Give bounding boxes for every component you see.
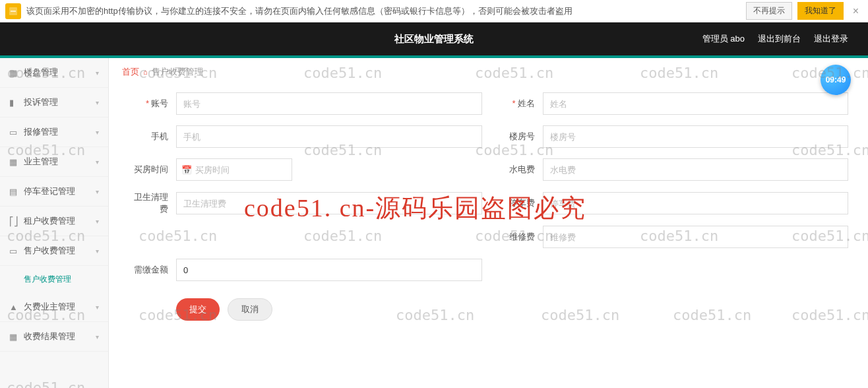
sidebar-item-label: 售户收费管理 (24, 245, 96, 257)
chart-icon: ▮ (9, 98, 18, 107)
chevron-down-icon: ▾ (96, 333, 99, 340)
doc-icon: ▭ (9, 127, 18, 137)
chevron-down-icon: ▾ (96, 218, 99, 225)
sidebar-item-seller-fee[interactable]: ▭ 售户收费管理 ▾ (0, 236, 108, 266)
utility-label: 水电费 (495, 164, 543, 176)
breadcrumb-home[interactable]: 首页 (122, 66, 139, 78)
security-banner: 该页面采用不加密的http传输协议，与你建立的连接不安全，请勿在页面内输入任何敏… (0, 0, 868, 22)
chevron-down-icon: ▾ (96, 304, 99, 311)
svg-rect-1 (11, 11, 16, 11)
room-input[interactable] (543, 125, 849, 148)
sidebar-item-parking[interactable]: ▤ 停车登记管理 ▾ (0, 177, 108, 207)
grid-icon: ▦ (9, 157, 18, 166)
main-content: 首页 ⌂ 售户收费管理 09:49 *账号 *姓名 手机 (109, 58, 868, 388)
app-title: 社区物业管理系统 (394, 33, 474, 46)
repair-label: 维修费 (495, 231, 543, 243)
sidebar-item-complaint[interactable]: ▮ 投诉管理 ▾ (0, 88, 108, 117)
sidebar-item-tenant-fee[interactable]: ⎡⎦ 租户收费管理 ▾ (0, 207, 108, 236)
sidebar-item-arrears[interactable]: ▲ 欠费业主管理 ▾ (0, 292, 108, 322)
total-input[interactable] (176, 259, 482, 281)
chevron-down-icon: ▾ (96, 188, 99, 195)
form: *账号 *姓名 手机 楼房号 (109, 86, 868, 340)
header-user[interactable]: 管理员 abo (702, 33, 745, 45)
chevron-down-icon: ▾ (96, 158, 99, 166)
room-label: 楼房号 (495, 131, 543, 143)
parking-input[interactable] (543, 192, 849, 214)
parking-label: 停车费 (495, 197, 543, 209)
car-icon: ▤ (9, 187, 18, 196)
security-ok-button[interactable]: 我知道了 (797, 2, 844, 20)
cancel-button[interactable]: 取消 (228, 298, 272, 321)
sidebar-item-repair[interactable]: ▭ 报修管理 ▾ (0, 117, 108, 147)
home-icon: ⌂ (143, 68, 148, 76)
sidebar-item-building[interactable]: ▦ 楼盘管理 ▾ (0, 58, 108, 88)
utility-input[interactable] (543, 158, 849, 181)
phone-input[interactable] (176, 125, 482, 148)
name-input[interactable] (543, 92, 849, 115)
sidebar-item-label: 租户收费管理 (24, 215, 96, 227)
sidebar-item-label: 业主管理 (24, 156, 96, 168)
sidebar-item-label: 收费结果管理 (24, 331, 96, 342)
breadcrumb-current: 售户收费管理 (152, 66, 203, 78)
sidebar-item-label: 投诉管理 (24, 96, 96, 108)
chevron-down-icon: ▾ (96, 99, 99, 106)
submit-button[interactable]: 提交 (176, 298, 220, 321)
buytime-label: 买房时间 (129, 164, 176, 176)
grid2-icon: ▦ (9, 332, 18, 341)
close-icon[interactable]: × (849, 5, 863, 17)
sidebar-sub-label: 售户收费管理 (24, 274, 71, 285)
buytime-input[interactable] (176, 158, 292, 181)
sidebar-item-label: 欠费业主管理 (24, 301, 96, 313)
clean-input[interactable] (176, 192, 482, 214)
phone-label: 手机 (129, 131, 176, 143)
header-front-button[interactable]: 退出到前台 (758, 33, 801, 45)
building-icon: ▦ (9, 68, 18, 77)
sidebar-item-label: 楼盘管理 (24, 67, 96, 79)
sidebar: ▦ 楼盘管理 ▾ ▮ 投诉管理 ▾ ▭ 报修管理 ▾ ▦ 业主管理 ▾ ▤ 停车… (0, 58, 109, 388)
sidebar-item-result[interactable]: ▦ 收费结果管理 ▾ (0, 322, 108, 352)
total-label: 需缴金额 (129, 264, 176, 276)
sidebar-item-label: 停车登记管理 (24, 185, 96, 197)
security-text: 该页面采用不加密的http传输协议，与你建立的连接不安全，请勿在页面内输入任何敏… (26, 5, 741, 17)
sidebar-item-owner[interactable]: ▦ 业主管理 ▾ (0, 147, 108, 177)
sidebar-sub-seller-fee[interactable]: 售户收费管理 (0, 266, 108, 292)
app-header: 社区物业管理系统 管理员 abo 退出到前台 退出登录 (0, 22, 868, 55)
account-label: *账号 (129, 98, 176, 110)
warning-icon (5, 3, 21, 19)
chevron-down-icon: ▾ (96, 129, 99, 136)
chevron-down-icon: ▾ (96, 247, 99, 255)
repair-input[interactable] (543, 226, 849, 248)
user-icon: ▲ (9, 302, 18, 311)
name-label: *姓名 (495, 98, 543, 110)
security-dismiss-button[interactable]: 不再提示 (746, 2, 792, 20)
sidebar-item-label: 报修管理 (24, 126, 96, 138)
account-input[interactable] (176, 92, 482, 115)
doc2-icon: ▭ (9, 246, 18, 255)
chevron-down-icon: ▾ (96, 69, 99, 77)
clock-widget[interactable]: 09:49 (821, 65, 851, 95)
clean-label: 卫生清理费 (129, 191, 176, 215)
bracket-icon: ⎡⎦ (9, 216, 18, 226)
header-logout-button[interactable]: 退出登录 (814, 33, 848, 45)
breadcrumb: 首页 ⌂ 售户收费管理 (109, 58, 868, 86)
